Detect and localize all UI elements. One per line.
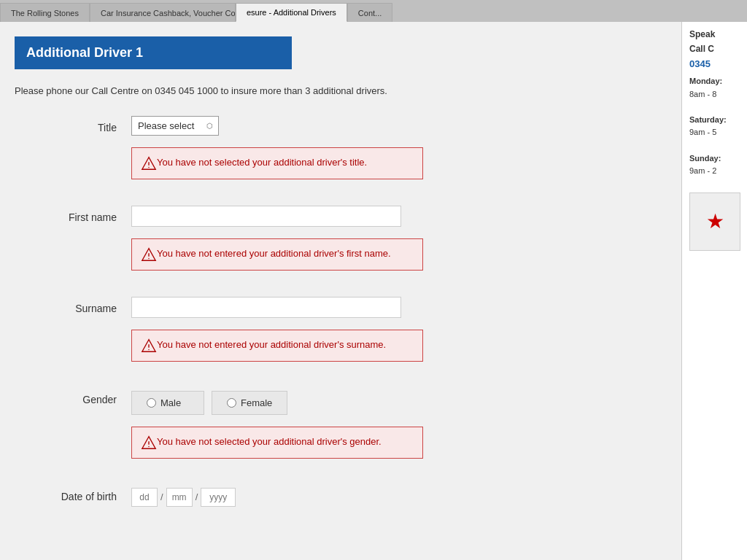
saturday-label: Saturday: 9am - 5	[689, 114, 740, 139]
surname-label: Surname	[15, 297, 131, 314]
svg-point-1	[148, 166, 149, 167]
gender-radio-group: Male Female	[131, 391, 445, 415]
dob-label: Date of birth	[15, 485, 131, 502]
tab-cont[interactable]: Cont...	[347, 3, 392, 22]
surname-error-text: You have not entered your additional dri…	[157, 338, 386, 352]
svg-point-5	[148, 349, 149, 349]
monday-label: Monday: 8am - 8	[689, 75, 740, 101]
info-text: Please phone our Call Centre on 0345 045…	[15, 84, 667, 98]
title-error-text: You have not selected your additional dr…	[157, 155, 367, 170]
title-select[interactable]: Please select Mr Mrs Miss Ms Dr	[131, 116, 219, 136]
surname-controls	[131, 297, 445, 318]
surname-error-row: You have not entered your additional dri…	[15, 324, 667, 373]
gender-male-label: Male	[160, 397, 181, 408]
sidebar-hours: Monday: 8am - 8 Saturday: 9am - 5 Sunday…	[689, 75, 740, 178]
main-layout: Additional Driver 1 Please phone our Cal…	[0, 22, 747, 560]
title-label: Title	[15, 116, 131, 133]
surname-error-box: You have not entered your additional dri…	[131, 330, 423, 362]
svg-point-3	[148, 257, 149, 258]
gender-error-row: You have not selected your additional dr…	[15, 421, 667, 470]
gender-female-radio[interactable]	[227, 398, 236, 408]
first-name-input[interactable]	[131, 206, 401, 227]
gender-row: Gender Male Female	[15, 388, 667, 415]
sidebar-call-label: Call C	[689, 44, 740, 54]
first-name-field-group: First name You ha	[15, 206, 667, 282]
sidebar-speak-label: Speak	[689, 29, 740, 39]
dob-separator-2: /	[196, 491, 198, 502]
sidebar-phone: 0345	[689, 58, 740, 69]
gender-controls: Male Female	[131, 388, 445, 415]
warning-icon-surname	[141, 338, 157, 354]
surname-input[interactable]	[131, 297, 401, 318]
dob-separator-1: /	[160, 491, 163, 502]
gender-male-radio[interactable]	[147, 398, 156, 408]
gender-field-group: Gender Male Female	[15, 388, 667, 470]
ad-star-icon: ★	[706, 209, 724, 233]
gender-error-text: You have not selected your additional dr…	[157, 435, 382, 449]
sidebar: Speak Call C 0345 Monday: 8am - 8 Saturd…	[681, 22, 747, 560]
dob-controls: / /	[131, 485, 445, 507]
gender-female-option[interactable]: Female	[212, 391, 287, 415]
surname-field-group: Surname You have	[15, 297, 667, 373]
dob-day-input[interactable]	[131, 488, 158, 507]
gender-male-option[interactable]: Male	[131, 391, 204, 415]
warning-icon-firstname	[141, 246, 157, 262]
first-name-error-box: You have not entered your additional dri…	[131, 238, 423, 271]
browser-window: The Rolling Stones Car Insurance Cashbac…	[0, 0, 747, 560]
first-name-error-text: You have not entered your additional dri…	[157, 246, 391, 261]
dob-field-group: Date of birth / /	[15, 485, 667, 507]
tab-esure[interactable]: esure - Additional Drivers	[236, 3, 347, 22]
dob-inputs-group: / /	[131, 488, 445, 507]
gender-label: Gender	[15, 388, 131, 405]
surname-row: Surname	[15, 297, 667, 318]
title-row: Title Please select Mr Mrs Miss Ms Dr	[15, 116, 667, 136]
warning-icon-gender	[141, 435, 157, 451]
title-error-box: You have not selected your additional dr…	[131, 147, 423, 179]
dob-year-input[interactable]	[201, 488, 236, 507]
sunday-label: Sunday: 9am - 2	[689, 152, 740, 178]
content-area: Additional Driver 1 Please phone our Cal…	[0, 22, 681, 560]
gender-female-label: Female	[241, 397, 272, 408]
tab-rolling-stones[interactable]: The Rolling Stones	[0, 3, 90, 22]
title-field-group: Title Please select Mr Mrs Miss Ms Dr	[15, 116, 667, 191]
warning-icon-title	[141, 155, 157, 171]
dob-row: Date of birth / /	[15, 485, 667, 507]
title-controls: Please select Mr Mrs Miss Ms Dr	[131, 116, 445, 136]
tab-car-insurance[interactable]: Car Insurance Cashback, Voucher Codes & …	[90, 3, 236, 22]
page-title: Additional Driver 1	[15, 36, 292, 69]
title-select-wrapper: Please select Mr Mrs Miss Ms Dr	[131, 116, 219, 136]
svg-point-7	[148, 446, 149, 446]
first-name-label: First name	[15, 206, 131, 223]
dob-month-input[interactable]	[166, 488, 193, 507]
first-name-controls	[131, 206, 445, 227]
first-name-row: First name	[15, 206, 667, 227]
advertisement-box: ★	[689, 192, 740, 251]
title-error-row: You have not selected your additional dr…	[15, 141, 667, 191]
tab-bar: The Rolling Stones Car Insurance Cashbac…	[0, 0, 747, 22]
gender-error-box: You have not selected your additional dr…	[131, 427, 423, 459]
first-name-error-row: You have not entered your additional dri…	[15, 233, 667, 282]
